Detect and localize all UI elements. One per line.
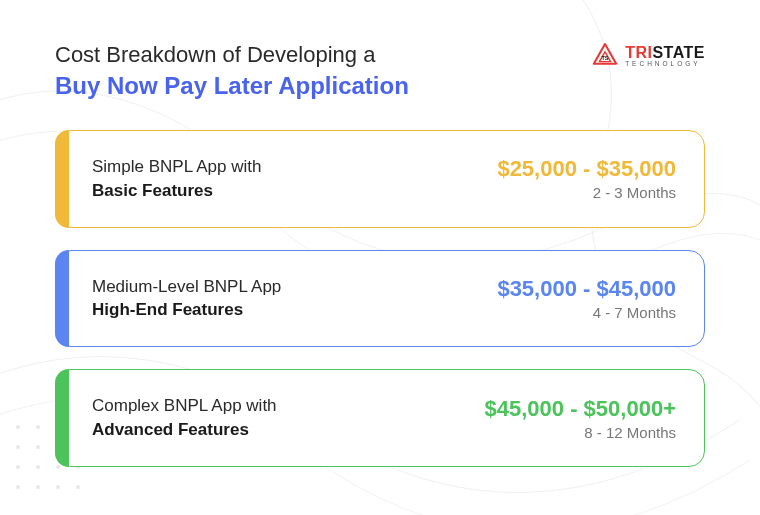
card-timeline: 8 - 12 Months xyxy=(485,424,676,441)
card-description: Simple BNPL App with xyxy=(92,155,497,179)
logo-name: TRISTATE xyxy=(625,45,705,61)
card-features: Advanced Features xyxy=(92,418,485,442)
tier-card-simple: Simple BNPL App with Basic Features $25,… xyxy=(55,130,705,228)
card-cost: $25,000 - $35,000 xyxy=(497,156,676,182)
card-features: Basic Features xyxy=(92,179,497,203)
card-description: Medium-Level BNPL App xyxy=(92,275,497,299)
card-cost: $35,000 - $45,000 xyxy=(497,276,676,302)
page-title: Cost Breakdown of Developing a Buy Now P… xyxy=(55,40,409,102)
card-description: Complex BNPL App with xyxy=(92,394,485,418)
tristate-logo-icon: TS xyxy=(591,42,619,70)
cards-list: Simple BNPL App with Basic Features $25,… xyxy=(55,130,705,467)
tier-card-complex: Complex BNPL App with Advanced Features … xyxy=(55,369,705,467)
logo-subtitle: TECHNOLOGY xyxy=(625,61,705,68)
title-line-1: Cost Breakdown of Developing a xyxy=(55,40,409,70)
svg-text:TS: TS xyxy=(602,55,609,61)
brand-logo: TS TRISTATE TECHNOLOGY xyxy=(591,42,705,70)
card-features: High-End Features xyxy=(92,298,497,322)
tier-card-medium: Medium-Level BNPL App High-End Features … xyxy=(55,250,705,348)
title-line-2: Buy Now Pay Later Application xyxy=(55,70,409,102)
card-timeline: 4 - 7 Months xyxy=(497,304,676,321)
card-timeline: 2 - 3 Months xyxy=(497,184,676,201)
header: Cost Breakdown of Developing a Buy Now P… xyxy=(55,40,705,102)
card-cost: $45,000 - $50,000+ xyxy=(485,396,676,422)
